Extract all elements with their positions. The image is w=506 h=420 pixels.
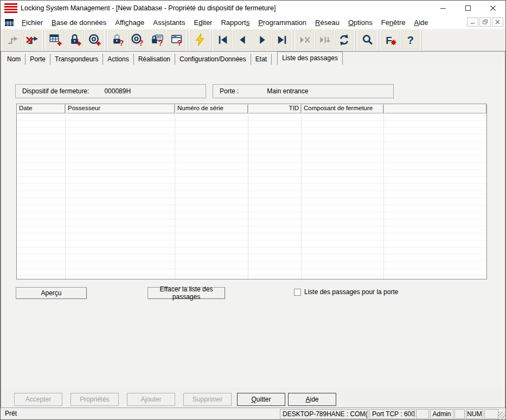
- refresh-button[interactable]: [335, 30, 353, 49]
- menu-assistants[interactable]: Assistants: [149, 17, 189, 28]
- new-locking-device-button[interactable]: [66, 30, 84, 49]
- mdi-restore-button[interactable]: [479, 17, 491, 27]
- door-value: Main entrance: [267, 87, 308, 95]
- menu-reseau[interactable]: Réseau: [311, 17, 344, 28]
- cancel-record-button: [296, 30, 314, 49]
- help-dialog-button[interactable]: Aide: [288, 393, 336, 406]
- tab-configuration-donnees[interactable]: Configuration/Données: [175, 54, 251, 65]
- col-empty[interactable]: [384, 104, 486, 113]
- tab-liste-des-passages[interactable]: Liste des passages: [277, 52, 343, 65]
- cancel-record-icon: [298, 33, 312, 47]
- read-transponder-icon: ?: [131, 33, 144, 47]
- search-button[interactable]: [358, 30, 376, 49]
- dialog-button-bar: Accepter Propriétés Ajouter Supprimer Qu…: [1, 387, 505, 409]
- last-record-icon: [275, 33, 289, 47]
- device-value: 000089H: [104, 87, 131, 95]
- read-mifare-button[interactable]: ?: [148, 30, 166, 49]
- properties-button: Propriétés: [71, 393, 119, 406]
- skip-record-icon: [318, 33, 331, 47]
- status-host: DESKTOP-789HANE : COM(*): [280, 409, 368, 419]
- logout-button[interactable]: [23, 30, 41, 49]
- status-blank-1: [416, 409, 429, 419]
- menu-fenetre[interactable]: Fenêtre: [377, 17, 410, 28]
- menu-affichage[interactable]: Affichage: [111, 17, 149, 28]
- tab-transpondeurs[interactable]: Transpondeurs: [50, 54, 103, 65]
- new-locking-system-button[interactable]: [46, 30, 65, 49]
- passage-list-for-door-checkbox[interactable]: [294, 289, 301, 296]
- delete-button: Supprimer: [183, 393, 232, 406]
- next-record-button[interactable]: [253, 30, 271, 49]
- toolbar: ? ? ? ?: [1, 29, 505, 51]
- app-window: Locking System Management - [New Databas…: [0, 0, 506, 420]
- mdi-restore-icon: [483, 20, 488, 24]
- status-port: Port TCP : 6001: [369, 409, 415, 419]
- resize-grip[interactable]: [498, 412, 505, 419]
- menu-base-de-donnees[interactable]: Base de données: [47, 17, 111, 28]
- mdi-child-frame: Nom Porte Transpondeurs Actions Réalisat…: [1, 51, 505, 409]
- menu-options[interactable]: Options: [344, 17, 377, 28]
- minimize-button[interactable]: [431, 1, 456, 16]
- logout-arrow-icon: [25, 33, 39, 47]
- mdi-close-button[interactable]: [492, 17, 503, 27]
- skip-record-button: [315, 30, 334, 49]
- search-icon: [361, 33, 374, 47]
- menu-bar: Fichier Base de données Affichage Assist…: [1, 16, 505, 29]
- menu-fichier[interactable]: Fichier: [17, 17, 47, 28]
- tab-nom[interactable]: Nom: [3, 54, 25, 65]
- clear-passage-list-button[interactable]: Effacer la liste des passages: [148, 287, 225, 299]
- read-network-button[interactable]: ?: [167, 30, 185, 49]
- filter-settings-icon: F: [384, 33, 398, 47]
- status-user: Admin: [430, 409, 453, 419]
- help-button[interactable]: ?: [401, 30, 419, 49]
- minimize-icon: [440, 5, 446, 11]
- matrix-window-icon[interactable]: [4, 18, 14, 27]
- previous-record-icon: [236, 33, 249, 47]
- login-arrow-icon: [6, 33, 20, 47]
- quit-button[interactable]: Quitter: [237, 393, 285, 406]
- menu-aide[interactable]: Aide: [410, 17, 433, 28]
- window-title: Locking System Management - [New Databas…: [21, 4, 276, 12]
- tab-actions[interactable]: Actions: [103, 54, 133, 65]
- status-blank-3: [484, 409, 498, 419]
- previous-record-button[interactable]: [233, 30, 252, 49]
- col-possesseur[interactable]: Possesseur: [66, 104, 175, 113]
- login-button: [3, 30, 22, 49]
- status-num-lock: NUM: [466, 409, 483, 419]
- menu-rapports[interactable]: Rapports: [216, 17, 254, 28]
- program-button[interactable]: [190, 30, 209, 49]
- mdi-minimize-icon: [470, 20, 475, 24]
- menu-editer[interactable]: Editer: [189, 17, 216, 28]
- preview-button[interactable]: Aperçu: [16, 287, 87, 299]
- status-blank-2: [454, 409, 465, 419]
- svg-text:F: F: [386, 35, 392, 46]
- new-transponder-button[interactable]: [85, 30, 104, 49]
- close-button[interactable]: [481, 1, 505, 16]
- maximize-button[interactable]: [456, 1, 481, 16]
- col-composant-de-fermeture[interactable]: Composant de fermeture: [302, 104, 384, 113]
- tab-etat[interactable]: Etat: [251, 54, 272, 65]
- read-card-lock-icon: ?: [150, 33, 164, 47]
- col-numero-de-serie[interactable]: Numéro de série: [175, 104, 248, 113]
- read-lock-icon: ?: [111, 33, 125, 47]
- add-button: Ajouter: [127, 393, 175, 406]
- read-locking-device-button[interactable]: ?: [108, 30, 127, 49]
- title-bar: Locking System Management - [New Databas…: [1, 1, 505, 16]
- menu-programmation[interactable]: Programmation: [254, 17, 311, 28]
- passage-list-for-door-option: Liste des passages pour la porte: [294, 288, 398, 296]
- refresh-icon: [337, 33, 351, 47]
- read-transponder-button[interactable]: ?: [128, 30, 146, 49]
- col-date[interactable]: Date: [17, 104, 66, 113]
- tab-realisation[interactable]: Réalisation: [134, 54, 175, 65]
- passage-table: Date Possesseur Numéro de série TID Comp…: [16, 104, 487, 279]
- status-ready: Prêt: [5, 410, 17, 417]
- col-tid[interactable]: TID: [248, 104, 302, 113]
- first-record-button[interactable]: [214, 30, 232, 49]
- last-record-button[interactable]: [272, 30, 291, 49]
- mdi-minimize-button[interactable]: [467, 17, 478, 27]
- tab-porte[interactable]: Porte: [25, 54, 50, 65]
- new-lock-icon: [68, 33, 82, 47]
- filter-settings-button[interactable]: F: [381, 30, 400, 49]
- device-label: Dispositif de fermeture:: [22, 87, 89, 95]
- passage-table-body[interactable]: [17, 113, 486, 279]
- program-lightning-icon: [193, 33, 207, 47]
